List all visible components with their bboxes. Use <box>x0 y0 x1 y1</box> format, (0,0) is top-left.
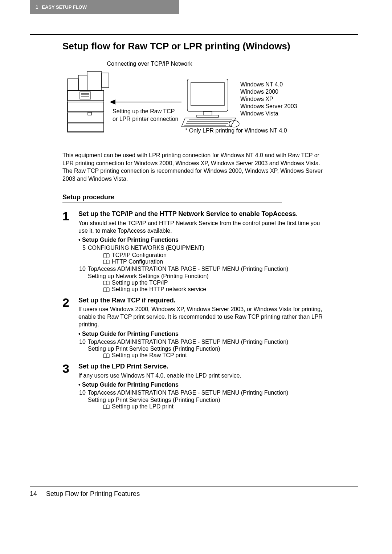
svg-rect-13 <box>102 73 109 87</box>
svg-rect-8 <box>88 112 91 115</box>
step-number: 1 <box>62 210 78 292</box>
list-item: Windows XP <box>240 95 297 103</box>
svg-rect-3 <box>68 113 104 122</box>
svg-rect-7 <box>68 79 78 90</box>
svg-rect-4 <box>68 123 104 131</box>
step-title: Set up the LPD Print Service. <box>78 362 324 371</box>
chapter-title: EASY SETUP FLOW <box>42 4 87 10</box>
horizontal-rule <box>62 203 282 203</box>
step: 2 Set up the Raw TCP if required. If use… <box>62 296 324 359</box>
step: 3 Set up the LPD Print Service. If any u… <box>62 362 324 410</box>
step-description: If users use Windows 2000, Windows XP, W… <box>78 306 324 328</box>
svg-rect-2 <box>68 102 104 111</box>
page-title: Setup flow for Raw TCP or LPR printing (… <box>62 41 324 52</box>
list-item: Windows 2000 <box>240 88 297 95</box>
svg-point-24 <box>229 121 239 127</box>
svg-marker-15 <box>110 99 115 105</box>
step-title: Set up the Raw TCP if required. <box>78 296 324 305</box>
horizontal-rule <box>30 486 358 486</box>
book-icon <box>103 281 110 287</box>
step-number: 3 <box>62 362 78 410</box>
page-number: 14 <box>30 490 44 498</box>
chapter-header: 1 EASY SETUP FLOW <box>30 0 179 14</box>
step-number: 2 <box>62 296 78 359</box>
chapter-number: 1 <box>36 4 38 10</box>
svg-rect-9 <box>80 92 91 99</box>
step-description: If any users use Windows NT 4.0, enable … <box>78 372 324 380</box>
svg-rect-6 <box>78 75 87 90</box>
guide-label: • Setup Guide for Printing Functions <box>78 331 324 337</box>
network-diagram: Connecting over TCP/IP Network <box>62 61 324 144</box>
arrow-label: Setting up the Raw TCP or LPR printer co… <box>113 108 178 123</box>
step-description: You should set the TCP/IP and HTTP Netwo… <box>78 220 324 235</box>
book-icon <box>103 353 110 360</box>
svg-rect-19 <box>197 115 219 117</box>
footer-section: Setup Flow for Printing Features <box>46 490 140 497</box>
guide-label: • Setup Guide for Printing Functions <box>78 382 324 388</box>
step: 1 Set up the TCP/IP and the HTTP Network… <box>62 210 324 292</box>
book-icon <box>103 253 110 260</box>
svg-rect-18 <box>203 111 212 115</box>
diagram-caption: Connecting over TCP/IP Network <box>62 61 237 67</box>
computer-icon <box>181 79 240 130</box>
page-footer: 14 Setup Flow for Printing Features <box>30 490 140 498</box>
printer-icon <box>64 69 111 136</box>
book-icon <box>103 260 110 266</box>
svg-rect-16 <box>187 79 228 111</box>
step-title: Set up the TCP/IP and the HTTP Network S… <box>78 210 324 218</box>
list-item: Windows Server 2003 <box>240 103 297 110</box>
book-icon <box>103 404 110 411</box>
intro-paragraph: This equipment can be used with LPR prin… <box>62 151 324 183</box>
diagram-footnote: * Only LPR printing for Windows NT 4.0 <box>185 127 287 134</box>
guide-label: • Setup Guide for Printing Functions <box>78 237 324 243</box>
book-icon <box>103 287 110 294</box>
page-content: Setup flow for Raw TCP or LPR printing (… <box>62 41 324 414</box>
arrow-icon <box>110 98 182 106</box>
svg-rect-17 <box>191 82 224 106</box>
setup-procedure-heading: Setup procedure <box>62 194 324 201</box>
svg-rect-5 <box>87 72 102 90</box>
list-item: Windows Vista <box>240 110 297 117</box>
horizontal-rule <box>30 34 358 35</box>
list-item: Windows NT 4.0 <box>240 81 297 88</box>
os-list: Windows NT 4.0 Windows 2000 Windows XP W… <box>240 81 297 117</box>
